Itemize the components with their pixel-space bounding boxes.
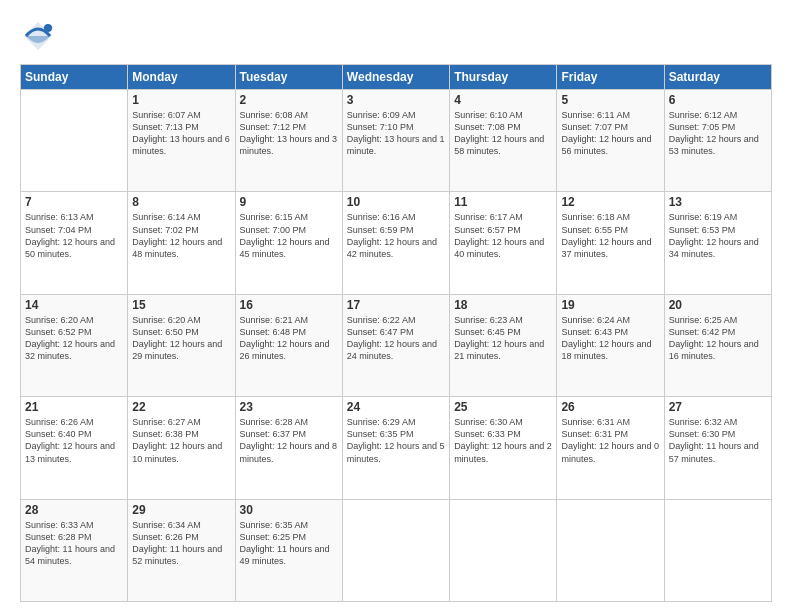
day-number: 12 (561, 195, 659, 209)
day-number: 2 (240, 93, 338, 107)
calendar-cell: 26Sunrise: 6:31 AMSunset: 6:31 PMDayligh… (557, 397, 664, 499)
calendar-cell: 3Sunrise: 6:09 AMSunset: 7:10 PMDaylight… (342, 90, 449, 192)
day-number: 5 (561, 93, 659, 107)
calendar-header-friday: Friday (557, 65, 664, 90)
calendar-header-thursday: Thursday (450, 65, 557, 90)
day-number: 20 (669, 298, 767, 312)
day-number: 21 (25, 400, 123, 414)
calendar-table: SundayMondayTuesdayWednesdayThursdayFrid… (20, 64, 772, 602)
day-info: Sunrise: 6:27 AMSunset: 6:38 PMDaylight:… (132, 416, 230, 465)
week-row-5: 28Sunrise: 6:33 AMSunset: 6:28 PMDayligh… (21, 499, 772, 601)
day-number: 24 (347, 400, 445, 414)
calendar-cell: 4Sunrise: 6:10 AMSunset: 7:08 PMDaylight… (450, 90, 557, 192)
calendar-cell: 7Sunrise: 6:13 AMSunset: 7:04 PMDaylight… (21, 192, 128, 294)
calendar-cell: 28Sunrise: 6:33 AMSunset: 6:28 PMDayligh… (21, 499, 128, 601)
day-info: Sunrise: 6:35 AMSunset: 6:25 PMDaylight:… (240, 519, 338, 568)
day-info: Sunrise: 6:11 AMSunset: 7:07 PMDaylight:… (561, 109, 659, 158)
calendar-header-saturday: Saturday (664, 65, 771, 90)
calendar-cell: 20Sunrise: 6:25 AMSunset: 6:42 PMDayligh… (664, 294, 771, 396)
calendar-cell: 16Sunrise: 6:21 AMSunset: 6:48 PMDayligh… (235, 294, 342, 396)
calendar-cell: 24Sunrise: 6:29 AMSunset: 6:35 PMDayligh… (342, 397, 449, 499)
day-number: 1 (132, 93, 230, 107)
day-info: Sunrise: 6:25 AMSunset: 6:42 PMDaylight:… (669, 314, 767, 363)
day-info: Sunrise: 6:21 AMSunset: 6:48 PMDaylight:… (240, 314, 338, 363)
day-number: 17 (347, 298, 445, 312)
calendar-cell: 22Sunrise: 6:27 AMSunset: 6:38 PMDayligh… (128, 397, 235, 499)
day-number: 9 (240, 195, 338, 209)
calendar-cell: 8Sunrise: 6:14 AMSunset: 7:02 PMDaylight… (128, 192, 235, 294)
day-info: Sunrise: 6:24 AMSunset: 6:43 PMDaylight:… (561, 314, 659, 363)
calendar-cell (21, 90, 128, 192)
day-info: Sunrise: 6:13 AMSunset: 7:04 PMDaylight:… (25, 211, 123, 260)
day-number: 18 (454, 298, 552, 312)
calendar-cell (342, 499, 449, 601)
day-info: Sunrise: 6:20 AMSunset: 6:52 PMDaylight:… (25, 314, 123, 363)
calendar-header-row: SundayMondayTuesdayWednesdayThursdayFrid… (21, 65, 772, 90)
day-info: Sunrise: 6:29 AMSunset: 6:35 PMDaylight:… (347, 416, 445, 465)
day-info: Sunrise: 6:14 AMSunset: 7:02 PMDaylight:… (132, 211, 230, 260)
day-number: 25 (454, 400, 552, 414)
day-number: 28 (25, 503, 123, 517)
calendar-cell: 17Sunrise: 6:22 AMSunset: 6:47 PMDayligh… (342, 294, 449, 396)
calendar-cell (557, 499, 664, 601)
calendar-cell: 19Sunrise: 6:24 AMSunset: 6:43 PMDayligh… (557, 294, 664, 396)
calendar-cell: 25Sunrise: 6:30 AMSunset: 6:33 PMDayligh… (450, 397, 557, 499)
calendar-cell: 18Sunrise: 6:23 AMSunset: 6:45 PMDayligh… (450, 294, 557, 396)
logo-icon (20, 18, 56, 54)
day-info: Sunrise: 6:34 AMSunset: 6:26 PMDaylight:… (132, 519, 230, 568)
day-number: 16 (240, 298, 338, 312)
calendar-cell: 13Sunrise: 6:19 AMSunset: 6:53 PMDayligh… (664, 192, 771, 294)
day-number: 22 (132, 400, 230, 414)
day-info: Sunrise: 6:31 AMSunset: 6:31 PMDaylight:… (561, 416, 659, 465)
page: SundayMondayTuesdayWednesdayThursdayFrid… (0, 0, 792, 612)
header (20, 18, 772, 54)
day-number: 7 (25, 195, 123, 209)
day-number: 30 (240, 503, 338, 517)
week-row-1: 1Sunrise: 6:07 AMSunset: 7:13 PMDaylight… (21, 90, 772, 192)
day-info: Sunrise: 6:10 AMSunset: 7:08 PMDaylight:… (454, 109, 552, 158)
day-number: 8 (132, 195, 230, 209)
day-number: 27 (669, 400, 767, 414)
day-number: 11 (454, 195, 552, 209)
calendar-cell: 2Sunrise: 6:08 AMSunset: 7:12 PMDaylight… (235, 90, 342, 192)
day-number: 14 (25, 298, 123, 312)
day-number: 4 (454, 93, 552, 107)
day-info: Sunrise: 6:08 AMSunset: 7:12 PMDaylight:… (240, 109, 338, 158)
day-info: Sunrise: 6:16 AMSunset: 6:59 PMDaylight:… (347, 211, 445, 260)
calendar-cell: 5Sunrise: 6:11 AMSunset: 7:07 PMDaylight… (557, 90, 664, 192)
calendar-cell: 23Sunrise: 6:28 AMSunset: 6:37 PMDayligh… (235, 397, 342, 499)
day-number: 3 (347, 93, 445, 107)
calendar-cell: 30Sunrise: 6:35 AMSunset: 6:25 PMDayligh… (235, 499, 342, 601)
day-number: 26 (561, 400, 659, 414)
calendar-cell: 1Sunrise: 6:07 AMSunset: 7:13 PMDaylight… (128, 90, 235, 192)
day-info: Sunrise: 6:33 AMSunset: 6:28 PMDaylight:… (25, 519, 123, 568)
calendar-header-monday: Monday (128, 65, 235, 90)
calendar-cell (664, 499, 771, 601)
calendar-cell: 27Sunrise: 6:32 AMSunset: 6:30 PMDayligh… (664, 397, 771, 499)
calendar-header-tuesday: Tuesday (235, 65, 342, 90)
day-number: 6 (669, 93, 767, 107)
day-info: Sunrise: 6:15 AMSunset: 7:00 PMDaylight:… (240, 211, 338, 260)
calendar-cell: 12Sunrise: 6:18 AMSunset: 6:55 PMDayligh… (557, 192, 664, 294)
day-info: Sunrise: 6:09 AMSunset: 7:10 PMDaylight:… (347, 109, 445, 158)
week-row-4: 21Sunrise: 6:26 AMSunset: 6:40 PMDayligh… (21, 397, 772, 499)
day-info: Sunrise: 6:30 AMSunset: 6:33 PMDaylight:… (454, 416, 552, 465)
day-number: 29 (132, 503, 230, 517)
calendar-header-sunday: Sunday (21, 65, 128, 90)
calendar-cell (450, 499, 557, 601)
day-number: 13 (669, 195, 767, 209)
day-info: Sunrise: 6:23 AMSunset: 6:45 PMDaylight:… (454, 314, 552, 363)
week-row-2: 7Sunrise: 6:13 AMSunset: 7:04 PMDaylight… (21, 192, 772, 294)
day-info: Sunrise: 6:28 AMSunset: 6:37 PMDaylight:… (240, 416, 338, 465)
day-number: 15 (132, 298, 230, 312)
calendar-cell: 10Sunrise: 6:16 AMSunset: 6:59 PMDayligh… (342, 192, 449, 294)
day-info: Sunrise: 6:12 AMSunset: 7:05 PMDaylight:… (669, 109, 767, 158)
calendar-cell: 15Sunrise: 6:20 AMSunset: 6:50 PMDayligh… (128, 294, 235, 396)
logo (20, 18, 62, 54)
calendar-cell: 14Sunrise: 6:20 AMSunset: 6:52 PMDayligh… (21, 294, 128, 396)
calendar-header-wednesday: Wednesday (342, 65, 449, 90)
calendar-cell: 6Sunrise: 6:12 AMSunset: 7:05 PMDaylight… (664, 90, 771, 192)
day-number: 23 (240, 400, 338, 414)
calendar-cell: 29Sunrise: 6:34 AMSunset: 6:26 PMDayligh… (128, 499, 235, 601)
day-info: Sunrise: 6:20 AMSunset: 6:50 PMDaylight:… (132, 314, 230, 363)
